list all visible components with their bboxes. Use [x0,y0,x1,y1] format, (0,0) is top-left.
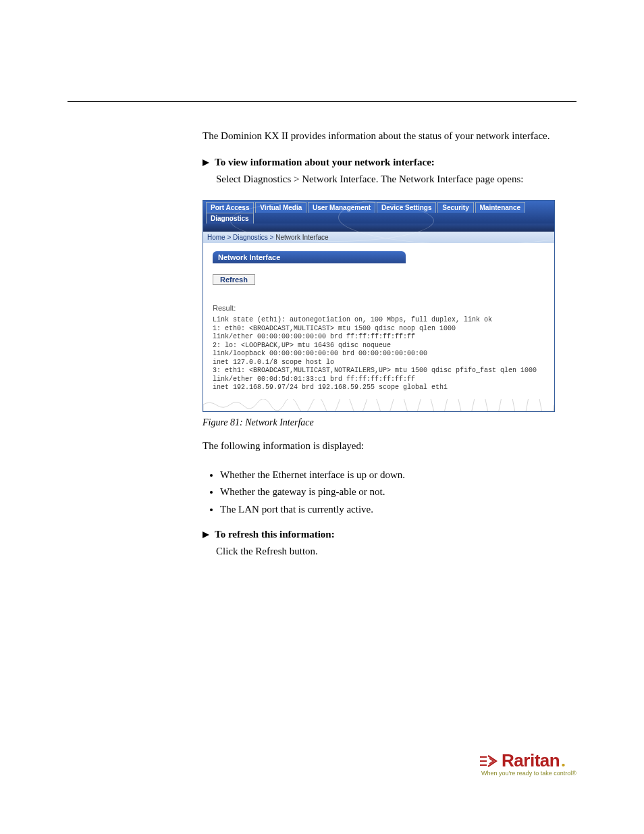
bullet-lan: The LAN port that is currently active. [220,501,576,519]
crumb-home[interactable]: Home [207,234,225,241]
logo-brand: Raritan [502,750,560,771]
panel-title: Network Interface [213,251,406,263]
screenshot: Port Access Virtual Media User Managemen… [203,200,555,412]
header-decoration [203,224,554,232]
logo-tagline: When you're ready to take control® [481,770,576,777]
bullet-gateway: Whether the gateway is ping-able or not. [220,484,576,501]
bullet-ethernet: Whether the Ethernet interface is up or … [220,467,576,484]
logo-dot: . [561,751,566,771]
header-rule [68,101,576,102]
refresh-button[interactable]: Refresh [213,274,255,285]
result-label: Result: [213,304,545,312]
procedure-step-1: Select Diagnostics > Network Interface. … [216,172,576,186]
raritan-logo: Raritan. When you're ready to take contr… [479,750,576,777]
intro-text: The Dominion KX II provides information … [203,129,576,143]
arrow-icon [203,159,209,166]
torn-paper-edge [203,399,554,411]
procedure-heading-2: To refresh this information: [203,529,576,540]
displayed-heading: The following information is displayed: [203,439,576,453]
info-bullets: Whether the Ethernet interface is up or … [208,467,576,519]
figure-caption: Figure 81: Network Interface [203,417,576,428]
result-output: Link state (eth1): autonegotiation on, 1… [213,316,545,392]
raritan-logo-icon [479,753,499,769]
arrow-icon [203,531,209,538]
procedure-step-2: Click the Refresh button. [216,544,576,558]
procedure-heading-1: To view information about your network i… [203,157,576,168]
